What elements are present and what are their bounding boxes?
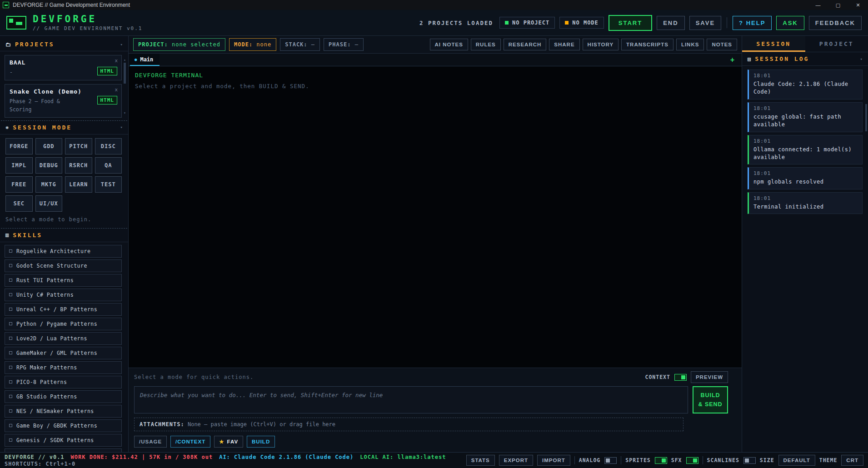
skill-item[interactable]: Love2D / Lua Patterns	[5, 332, 122, 345]
skill-item[interactable]: Roguelike Architecture	[5, 245, 122, 258]
minimize-icon[interactable]: —	[808, 0, 828, 10]
save-button[interactable]: SAVE	[689, 16, 721, 30]
size-default-button[interactable]: DEFAULT	[778, 455, 815, 466]
mode-button[interactable]: IMPL	[5, 157, 33, 174]
mode-button[interactable]: FORGE	[5, 138, 33, 154]
mode-button[interactable]: MKTG	[35, 176, 63, 193]
app-name: DEVFORGE	[33, 15, 142, 24]
notes-button[interactable]: NOTES	[707, 39, 737, 50]
tab-main[interactable]: ● Main	[130, 54, 160, 66]
close-project-icon[interactable]: x	[115, 58, 118, 64]
terminal-output: DEVFORGE TERMINAL Select a project and m…	[129, 66, 742, 368]
log-entry: 18:01 Claude Code: 2.1.86 (Claude Code)	[748, 70, 863, 100]
log-entry: 18:01 Ollama connected: 1 model(s) avail…	[748, 135, 863, 165]
context-toggle-label: CONTEXT	[645, 374, 670, 380]
chevron-down-icon[interactable]: ▾	[860, 57, 863, 61]
panel-tabs: SESSION PROJECT	[742, 36, 868, 52]
help-button[interactable]: ? HELP	[733, 16, 772, 30]
status-bar: DEVFORGE // v0.1 WORK DONE: $211.42 | 57…	[0, 452, 868, 468]
analog-toggle[interactable]	[604, 457, 617, 464]
fav-button[interactable]: ★ FAV	[214, 436, 243, 448]
prompt-input[interactable]	[134, 386, 688, 413]
skill-item[interactable]: Game Boy / GBDK Patterns	[5, 419, 122, 432]
preview-button[interactable]: PREVIEW	[691, 371, 728, 383]
stats-button[interactable]: STATS	[466, 455, 495, 466]
build-button[interactable]: BUILD	[247, 436, 275, 448]
skill-item[interactable]: Rust TUI Patterns	[5, 274, 122, 287]
mode-button[interactable]: TEST	[95, 176, 122, 193]
left-sidebar: 🗀 PROJECTS ▾ BAAL - x HTML Snake Clone (…	[0, 36, 129, 452]
mode-button[interactable]: GDD	[35, 138, 63, 154]
skill-item[interactable]: NES / NESmaker Patterns	[5, 405, 122, 418]
close-icon[interactable]: ✕	[848, 0, 868, 10]
status-divider	[703, 456, 703, 464]
share-button[interactable]: SHARE	[549, 39, 579, 50]
scanlines-toggle[interactable]	[743, 457, 756, 464]
mode-grid: FORGE GDD PITCH DISC IMPL DEBUG RSRCH QA…	[0, 134, 128, 213]
chevron-down-icon[interactable]: ▾	[120, 125, 123, 129]
context-command-button[interactable]: /CONTEXT	[170, 436, 210, 448]
rules-button[interactable]: RULES	[471, 39, 501, 50]
mode-button[interactable]: PITCH	[65, 138, 92, 154]
chevron-down-icon[interactable]: ▾	[120, 42, 123, 47]
project-card[interactable]: BAAL - x HTML	[5, 55, 122, 80]
checkbox-icon	[9, 380, 12, 383]
close-project-icon[interactable]: x	[115, 87, 118, 93]
scrollbar-thumb[interactable]	[124, 63, 126, 84]
skills-section-header: ▥ SKILLS	[0, 229, 128, 242]
skill-item[interactable]: Unreal C++ / BP Patterns	[5, 303, 122, 316]
mode-button[interactable]: LEARN	[65, 176, 92, 193]
transcripts-button[interactable]: TRANSCRIPTS	[621, 39, 673, 50]
skill-item[interactable]: PICO-8 Patterns	[5, 376, 122, 388]
ai-notes-button[interactable]: AI NOTES	[430, 39, 468, 50]
mode-button[interactable]: FREE	[5, 176, 33, 193]
status-app-version: DEVFORGE // v0.1	[5, 454, 65, 460]
scanlines-toggle-label: SCANLINES	[707, 457, 739, 463]
skill-item[interactable]: Godot Scene Structure	[5, 259, 122, 272]
panel-scrollbar-thumb[interactable]	[865, 104, 867, 131]
checkbox-icon	[9, 264, 12, 267]
history-button[interactable]: HISTORY	[583, 39, 619, 50]
mode-button[interactable]: DISC	[95, 138, 122, 154]
skill-item[interactable]: Unity C# Patterns	[5, 289, 122, 301]
sfx-toggle[interactable]	[686, 457, 698, 464]
feedback-button[interactable]: FEEDBACK	[809, 16, 862, 30]
mode-button[interactable]: SEC	[5, 195, 33, 212]
sprites-toggle[interactable]	[655, 457, 667, 464]
scroll-down-icon[interactable]: ▾	[124, 111, 126, 115]
theme-crt-button[interactable]: CRT	[841, 455, 863, 466]
skill-item[interactable]: Genesis / SGDK Patterns	[5, 434, 122, 447]
skill-item[interactable]: GameMaker / GML Patterns	[5, 347, 122, 359]
start-button[interactable]: START	[609, 15, 652, 31]
mode-button[interactable]: QA	[95, 157, 122, 174]
mode-button[interactable]: RSRCH	[65, 157, 92, 174]
build-send-button[interactable]: BUILD & SEND	[693, 386, 728, 413]
tab-active-dot-icon: ●	[135, 57, 137, 62]
mode-button[interactable]: UI/UX	[35, 195, 63, 212]
tab-session[interactable]: SESSION	[742, 36, 805, 52]
maximize-icon[interactable]: ▢	[828, 0, 848, 10]
project-type-badge: HTML	[97, 67, 118, 75]
import-button[interactable]: IMPORT	[537, 455, 570, 466]
tab-project[interactable]: PROJECT	[805, 36, 868, 52]
export-button[interactable]: EXPORT	[499, 455, 533, 466]
research-button[interactable]: RESEARCH	[504, 39, 547, 50]
attachments-dropzone[interactable]: ATTACHMENTS: None — paste image (Ctrl+V)…	[134, 418, 683, 431]
session-log-list: 18:01 Claude Code: 2.1.86 (Claude Code) …	[742, 66, 868, 218]
skill-item[interactable]: GB Studio Patterns	[5, 390, 122, 403]
context-toggle[interactable]	[674, 374, 687, 381]
ask-button[interactable]: ASK	[776, 16, 804, 30]
skill-item[interactable]: Python / Pygame Patterns	[5, 318, 122, 330]
usage-button[interactable]: /USAGE	[134, 436, 167, 448]
add-tab-icon[interactable]: +	[723, 54, 742, 66]
scroll-up-icon[interactable]: ▴	[124, 58, 126, 62]
project-card[interactable]: Snake Clone (Demo) Phase 2 — Food & Scor…	[5, 84, 122, 118]
links-button[interactable]: LINKS	[676, 39, 704, 50]
mode-button[interactable]: DEBUG	[35, 157, 63, 174]
skill-item[interactable]: GBA / devkitPro Patterns	[5, 448, 122, 452]
end-button[interactable]: END	[657, 16, 684, 30]
projects-scrollbar[interactable]: ▴ ▾	[123, 58, 127, 115]
checkbox-icon	[9, 424, 12, 427]
quick-actions-hint: Select a mode for quick actions.	[134, 374, 254, 380]
skill-item[interactable]: RPG Maker Patterns	[5, 361, 122, 374]
